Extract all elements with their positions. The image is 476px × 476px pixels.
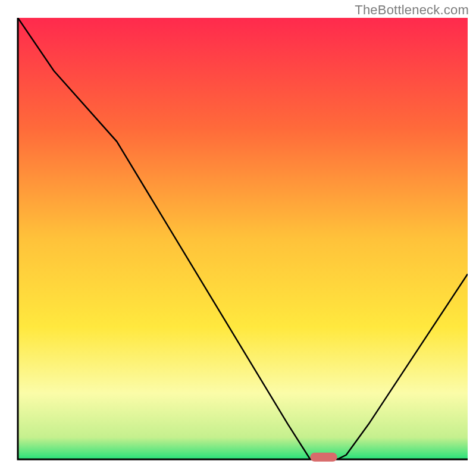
- plot-background: [18, 18, 468, 459]
- optimum-marker: [310, 453, 337, 462]
- chart-container: { "attribution": "TheBottleneck.com", "c…: [0, 0, 476, 476]
- bottleneck-chart: [0, 0, 476, 476]
